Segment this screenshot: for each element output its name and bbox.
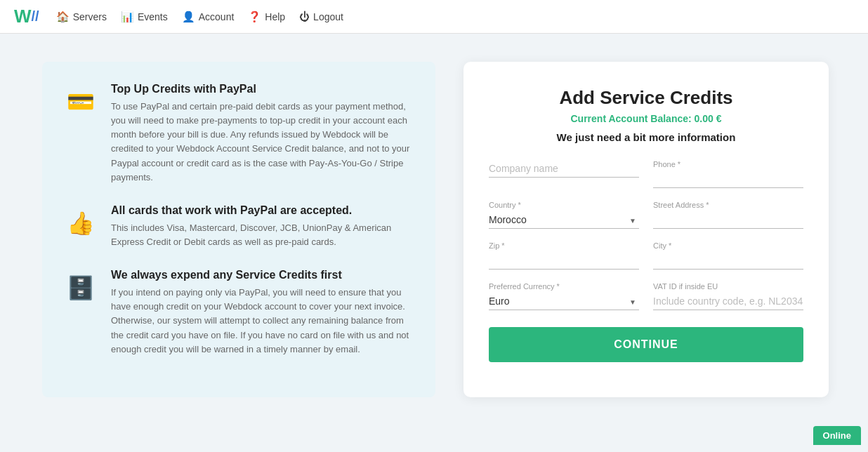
nav-servers-label: Servers — [73, 11, 107, 22]
country-select-wrapper: Morocco United States United Kingdom Ger… — [489, 211, 639, 229]
account-balance: Current Account Balance: 0.00 € — [489, 113, 803, 124]
main-content: 💳 Top Up Credits with PayPal To use PayP… — [0, 34, 868, 425]
credit-card-icon: 💳 — [62, 83, 100, 121]
currency-field: Preferred Currency * Euro USD GBP — [489, 282, 639, 310]
currency-label: Preferred Currency * — [489, 282, 639, 291]
help-icon: ❓ — [248, 11, 261, 23]
vat-field: VAT ID if inside EU — [653, 282, 803, 310]
vat-input[interactable] — [653, 293, 803, 310]
zip-field: Zip * — [489, 241, 639, 270]
vat-label: VAT ID if inside EU — [653, 282, 803, 291]
logo-icon: W — [14, 6, 32, 27]
online-badge: Online — [813, 426, 861, 445]
info-item-credits: 🗄️ We always expend any Service Credits … — [62, 269, 416, 357]
logout-icon: ⏻ — [299, 11, 310, 22]
country-select[interactable]: Morocco United States United Kingdom Ger… — [489, 211, 639, 229]
company-name-input[interactable] — [489, 160, 639, 178]
info-text-cards: All cards that work with PayPal are acce… — [111, 204, 416, 249]
nav-logout[interactable]: ⏻ Logout — [299, 11, 343, 23]
form-subtitle: We just need a bit more information — [489, 131, 803, 143]
company-name-field — [489, 160, 639, 188]
nav-events[interactable]: 📊 Events — [121, 11, 168, 23]
nav-links: 🏠 Servers 📊 Events 👤 Account ❓ Help ⏻ Lo… — [56, 11, 343, 23]
street-input[interactable] — [653, 211, 803, 229]
form-title: Add Service Credits — [489, 87, 803, 109]
info-body-credits: If you intend on paying only via PayPal,… — [111, 286, 416, 357]
billing-form: Phone * Country * Morocco United States … — [489, 160, 803, 310]
logo: W// — [14, 6, 39, 27]
info-item-cards: 👍 All cards that work with PayPal are ac… — [62, 204, 416, 249]
city-label: City * — [653, 241, 803, 250]
country-field: Country * Morocco United States United K… — [489, 201, 639, 229]
nav-account[interactable]: 👤 Account — [182, 11, 235, 23]
nav-help[interactable]: ❓ Help — [248, 11, 285, 23]
zip-input[interactable] — [489, 252, 639, 270]
info-title-paypal: Top Up Credits with PayPal — [111, 83, 416, 95]
street-address-field: Street Address * — [653, 201, 803, 229]
continue-button[interactable]: CONTINUE — [489, 327, 803, 362]
currency-select[interactable]: Euro USD GBP — [489, 293, 639, 310]
info-title-cards: All cards that work with PayPal are acce… — [111, 204, 416, 217]
city-field: City * — [653, 241, 803, 270]
phone-label: Phone * — [653, 160, 803, 168]
nav-logout-label: Logout — [313, 11, 343, 22]
info-title-credits: We always expend any Service Credits fir… — [111, 269, 416, 281]
street-label: Street Address * — [653, 201, 803, 209]
country-label: Country * — [489, 201, 639, 209]
phone-field: Phone * — [653, 160, 803, 188]
info-text-credits: We always expend any Service Credits fir… — [111, 269, 416, 357]
left-panel: 💳 Top Up Credits with PayPal To use PayP… — [42, 62, 435, 397]
info-body-cards: This includes Visa, Mastercard, Discover… — [111, 221, 416, 249]
nav-help-label: Help — [265, 11, 285, 22]
nav-servers[interactable]: 🏠 Servers — [56, 11, 107, 23]
info-text-paypal: Top Up Credits with PayPal To use PayPal… — [111, 83, 416, 185]
navbar: W// 🏠 Servers 📊 Events 👤 Account ❓ Help … — [0, 0, 868, 34]
currency-select-wrapper: Euro USD GBP — [489, 293, 639, 310]
account-icon: 👤 — [182, 11, 195, 23]
zip-label: Zip * — [489, 241, 639, 250]
thumbsup-icon: 👍 — [62, 204, 100, 242]
info-item-paypal: 💳 Top Up Credits with PayPal To use PayP… — [62, 83, 416, 185]
nav-events-label: Events — [138, 11, 168, 22]
home-icon: 🏠 — [56, 11, 70, 23]
info-body-paypal: To use PayPal and certain pre-paid debit… — [111, 100, 416, 185]
nav-account-label: Account — [199, 11, 235, 22]
right-panel: Add Service Credits Current Account Bala… — [463, 62, 829, 397]
database-icon: 🗄️ — [62, 269, 100, 307]
phone-input[interactable] — [653, 171, 803, 188]
events-icon: 📊 — [121, 11, 134, 23]
city-input[interactable] — [653, 252, 803, 270]
